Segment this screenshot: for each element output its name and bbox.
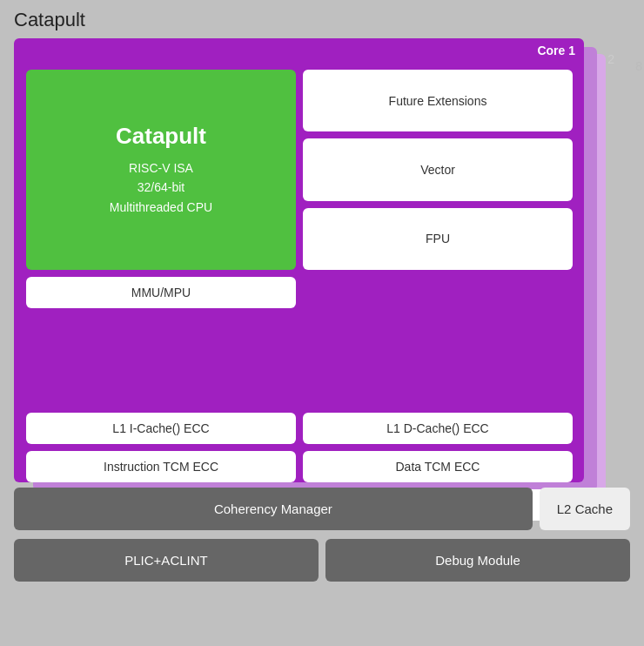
feature-l1-icache: L1 I-Cache() ECC	[26, 413, 296, 444]
feature-box-vector: Vector	[303, 138, 573, 200]
catapult-block-subtitle: RISC-V ISA 32/64-bit Multithreaded CPU	[110, 158, 212, 217]
feature-box-future-extensions: Future Extensions	[303, 70, 573, 131]
core-2-label: 2	[607, 52, 614, 66]
l2-cache-box: L2 Cache	[540, 488, 630, 530]
core-inner-grid: Catapult RISC-V ISA 32/64-bit Multithrea…	[26, 70, 573, 315]
core-1-label: Core 1	[537, 44, 575, 57]
feature-l1-dcache: L1 D-Cache() ECC	[303, 413, 573, 444]
plic-aclint-box: PLIC+ACLINT	[14, 539, 319, 582]
feature-instruction-tcm: Instruction TCM ECC	[26, 451, 296, 482]
bottom-row-plic: PLIC+ACLINT Debug Module	[14, 539, 630, 582]
debug-module-box: Debug Module	[325, 539, 630, 582]
core-8-label: 8	[635, 59, 642, 73]
catapult-main-block: Catapult RISC-V ISA 32/64-bit Multithrea…	[26, 70, 296, 270]
coherency-manager-box: Coherency Manager	[14, 488, 533, 530]
bottom-section: Coherency Manager L2 Cache PLIC+ACLINT D…	[0, 488, 644, 582]
page-title: Catapult	[0, 0, 644, 38]
catapult-block-title: Catapult	[116, 123, 206, 150]
feature-box-mmu-mpu: MMU/MPU	[26, 277, 296, 308]
bottom-row-coherency: Coherency Manager L2 Cache	[14, 488, 630, 530]
feature-data-tcm: Data TCM ECC	[303, 451, 573, 482]
feature-box-fpu: FPU	[303, 208, 573, 270]
core-1-layer: Core 1 Catapult RISC-V ISA 32/64-bit Mul…	[14, 38, 584, 482]
